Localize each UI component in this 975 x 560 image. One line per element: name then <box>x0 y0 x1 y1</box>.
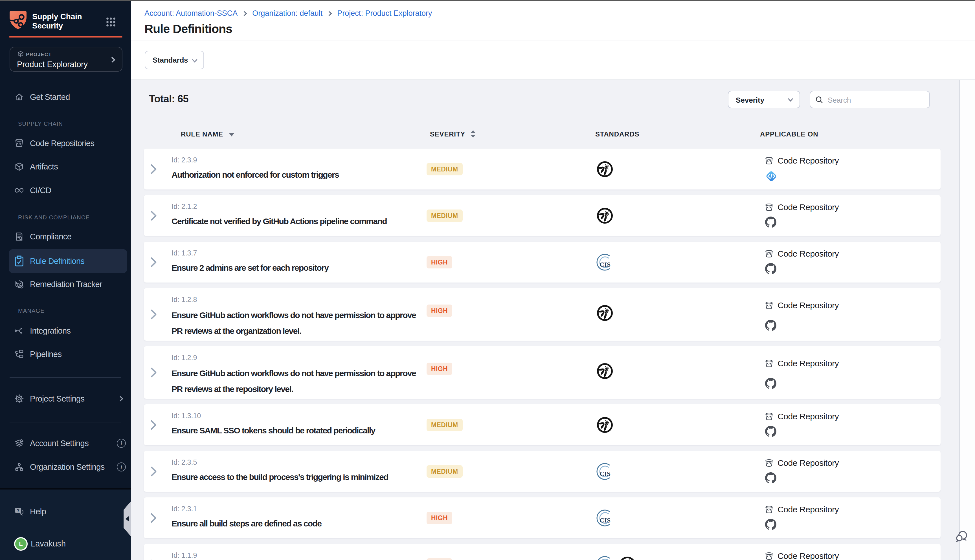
svg-text:?: ? <box>17 508 20 513</box>
